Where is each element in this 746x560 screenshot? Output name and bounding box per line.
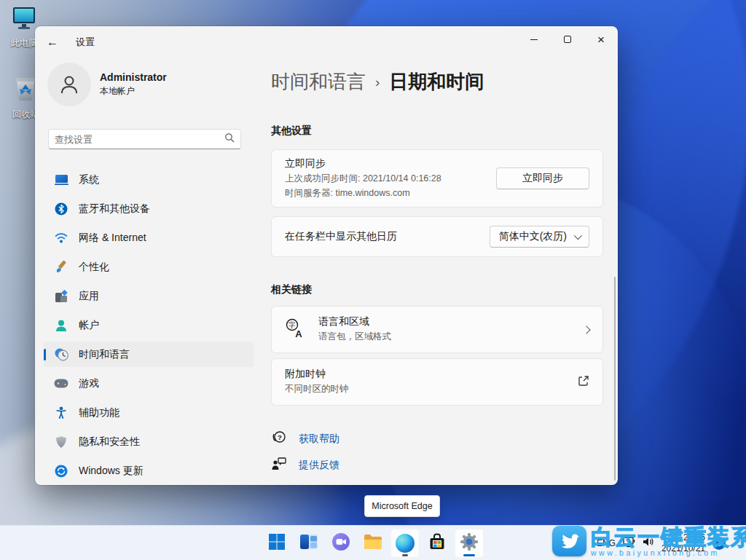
sidebar-item-label: 帐户 — [79, 319, 99, 332]
maximize-icon — [564, 36, 571, 43]
additional-clocks-subtitle: 不同时区的时钟 — [285, 382, 349, 395]
wifi-icon — [54, 231, 68, 245]
time-server: 时间服务器: time.windows.com — [285, 186, 441, 200]
language-region-subtitle: 语言包，区域格式 — [318, 330, 391, 343]
breadcrumb: 时间和语言 › 日期和时间 — [271, 67, 603, 95]
window-title: 设置 — [76, 36, 95, 49]
chevron-right-icon — [582, 326, 590, 334]
person-icon — [58, 74, 80, 95]
input-language-indicator[interactable]: ENG — [597, 538, 616, 548]
sidebar-item-windows-update[interactable]: Windows 更新 — [44, 458, 254, 484]
search-input[interactable] — [55, 134, 224, 145]
sidebar-item-time-language[interactable]: 时间和语言 — [44, 342, 254, 367]
windows-logo-icon — [268, 533, 286, 553]
close-icon: × — [597, 33, 605, 46]
edge-icon — [396, 534, 415, 553]
clock[interactable]: 22:06 2021/10/21 — [661, 532, 705, 554]
tray-date: 2021/10/21 — [661, 543, 705, 554]
volume-icon[interactable] — [643, 537, 654, 550]
task-view-button[interactable] — [294, 529, 323, 558]
maximize-button[interactable] — [551, 26, 584, 52]
file-explorer-button[interactable] — [358, 529, 388, 558]
avatar — [47, 63, 91, 106]
sidebar-item-label: 系统 — [79, 173, 99, 186]
svg-text:?: ? — [278, 433, 282, 441]
sidebar-item-gaming[interactable]: 游戏 — [44, 371, 254, 396]
sidebar-item-privacy-security[interactable]: 隐私和安全性 — [44, 429, 254, 454]
language-region-card[interactable]: 字 A 语言和区域 语言包，区域格式 — [271, 306, 603, 353]
time-language-icon — [54, 347, 68, 362]
sync-card-title: 立即同步 — [285, 157, 441, 170]
update-icon — [54, 464, 68, 478]
settings-button[interactable] — [455, 529, 484, 558]
edge-tooltip: Microsoft Edge — [364, 495, 440, 517]
taskbar: Microsoft Edge — [0, 525, 746, 560]
external-link-icon — [578, 375, 589, 390]
give-feedback-label[interactable]: 提供反馈 — [299, 459, 339, 472]
language-region-icon: 字 A — [285, 318, 305, 342]
notification-badge[interactable]: 3 — [712, 537, 726, 550]
sidebar-item-label: 个性化 — [79, 261, 109, 274]
shield-icon — [54, 435, 68, 449]
system-tray: ENG 22:06 2021/10/21 3 — [597, 526, 726, 560]
calendar-dropdown-value: 简体中文(农历) — [499, 230, 567, 243]
get-help-link[interactable]: ? 获取帮助 — [271, 430, 603, 448]
minimize-icon — [530, 39, 538, 40]
sidebar-item-accessibility[interactable]: 辅助功能 — [44, 400, 254, 425]
accounts-icon — [54, 318, 68, 333]
sidebar-item-system[interactable]: 系统 — [44, 167, 254, 192]
settings-window: ← 设置 × Administrator 本地帐户 — [35, 26, 618, 485]
sidebar-nav: 系统 蓝牙和其他设备 网络 & Internet 个性化 应用 — [44, 167, 254, 484]
sidebar-item-label: 时间和语言 — [79, 348, 130, 361]
back-button[interactable]: ← — [41, 32, 64, 52]
feedback-icon — [271, 456, 287, 475]
accessibility-icon — [54, 406, 68, 420]
sidebar-item-bluetooth-devices[interactable]: 蓝牙和其他设备 — [44, 196, 254, 221]
additional-clocks-title: 附加时钟 — [285, 368, 349, 381]
breadcrumb-separator-icon: › — [375, 69, 380, 95]
edge-button[interactable] — [390, 529, 420, 558]
store-button[interactable] — [423, 529, 452, 558]
back-arrow-icon: ← — [47, 36, 58, 49]
last-sync-time: 上次成功同步时间: 2021/10/14 0:16:28 — [285, 172, 441, 185]
task-view-icon — [299, 534, 318, 553]
chat-button[interactable] — [326, 529, 356, 558]
minimize-button[interactable] — [517, 26, 551, 52]
bluetooth-icon — [54, 202, 68, 216]
sync-now-button[interactable]: 立即同步 — [496, 167, 589, 189]
close-button[interactable]: × — [584, 26, 618, 52]
search-icon — [224, 133, 235, 146]
additional-clocks-card[interactable]: 附加时钟 不同时区的时钟 — [271, 358, 603, 406]
sidebar-item-label: Windows 更新 — [79, 465, 144, 478]
language-region-title: 语言和区域 — [318, 315, 391, 328]
give-feedback-link[interactable]: 提供反馈 — [271, 457, 603, 474]
sidebar-item-label: 蓝牙和其他设备 — [79, 202, 150, 216]
search-box[interactable] — [48, 129, 241, 149]
start-button[interactable] — [262, 529, 291, 558]
calendar-dropdown[interactable]: 简体中文(农历) — [490, 226, 589, 248]
sidebar-item-label: 游戏 — [79, 377, 99, 390]
scrollbar[interactable] — [614, 277, 616, 481]
breadcrumb-parent[interactable]: 时间和语言 — [271, 68, 366, 95]
gamepad-icon — [54, 376, 68, 391]
system-icon — [54, 173, 68, 187]
sync-now-card: 立即同步 上次成功同步时间: 2021/10/14 0:16:28 时间服务器:… — [271, 149, 603, 208]
user-profile[interactable]: Administrator 本地帐户 — [47, 63, 167, 106]
sidebar-item-personalization[interactable]: 个性化 — [44, 254, 254, 280]
network-icon[interactable] — [623, 537, 635, 551]
sidebar-item-label: 辅助功能 — [79, 406, 119, 419]
user-account-type: 本地帐户 — [100, 85, 167, 98]
get-help-label[interactable]: 获取帮助 — [299, 433, 339, 446]
sidebar-item-accounts[interactable]: 帐户 — [44, 312, 254, 338]
edge-running-indicator — [402, 554, 408, 556]
user-name: Administrator — [100, 71, 167, 83]
sidebar-item-apps[interactable]: 应用 — [44, 283, 254, 309]
tray-time: 22:06 — [661, 532, 705, 543]
sidebar-item-label: 隐私和安全性 — [79, 435, 140, 449]
store-icon — [428, 532, 447, 554]
section-related-links: 相关链接 — [271, 282, 603, 296]
apps-icon — [54, 289, 68, 304]
this-pc-icon — [9, 22, 39, 34]
section-other-settings: 其他设置 — [271, 123, 603, 138]
sidebar-item-network-internet[interactable]: 网络 & Internet — [44, 225, 254, 251]
